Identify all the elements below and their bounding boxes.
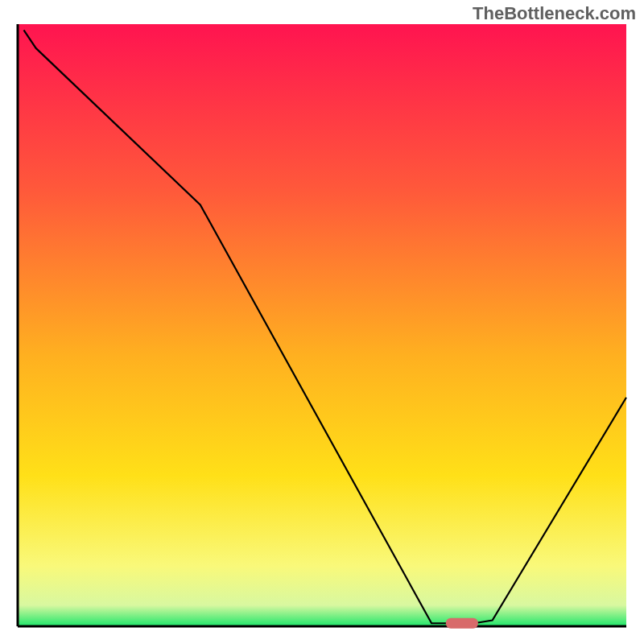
optimal-marker <box>446 618 478 629</box>
chart-container: TheBottleneck.com <box>0 0 644 644</box>
attribution-label: TheBottleneck.com <box>473 3 636 24</box>
chart-background <box>18 24 626 626</box>
bottleneck-chart <box>0 0 644 644</box>
